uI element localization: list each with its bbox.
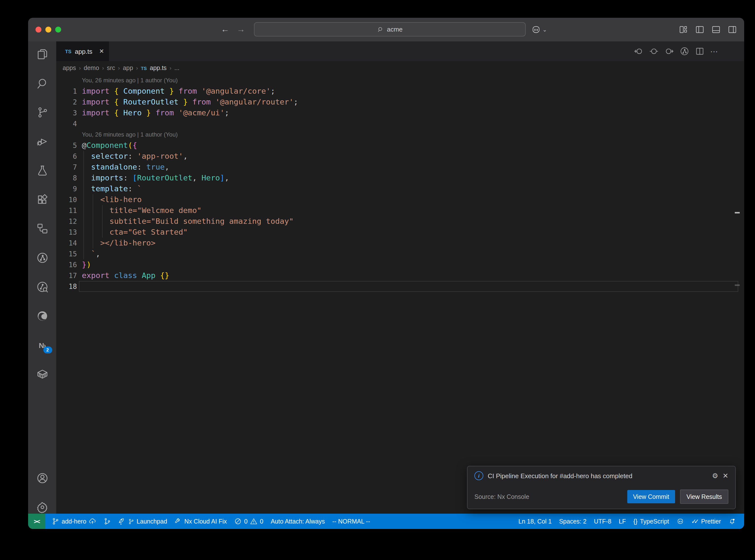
problems-item[interactable]: 0 0 xyxy=(232,518,266,525)
maximize-window-button[interactable] xyxy=(55,27,61,33)
search-icon[interactable] xyxy=(36,77,48,90)
errors-icon xyxy=(234,518,242,525)
breadcrumb-separator: › xyxy=(102,65,104,71)
view-commit-button[interactable]: View Commit xyxy=(627,490,675,503)
nx-cloud-fix-item[interactable]: Nx Cloud AI Fix xyxy=(172,518,229,525)
step-forward-icon[interactable] xyxy=(664,46,674,56)
line-content: }) xyxy=(82,259,91,270)
tab-close-icon[interactable]: ✕ xyxy=(99,48,104,55)
view-results-button[interactable]: View Results xyxy=(680,489,728,504)
typescript-file-icon: TS xyxy=(65,48,72,54)
line-number: 5 xyxy=(56,140,77,151)
testing-icon[interactable] xyxy=(36,164,48,177)
accounts-icon[interactable] xyxy=(36,472,48,485)
source-control-icon[interactable] xyxy=(36,106,48,119)
toggle-panel-icon[interactable] xyxy=(711,25,721,35)
status-right: Ln 18, Col 1 Spaces: 2 UTF-8 LF {} TypeS… xyxy=(516,518,744,525)
wrench-icon xyxy=(175,518,182,525)
explorer-icon[interactable] xyxy=(36,48,48,61)
customize-layout-icon[interactable] xyxy=(679,25,689,35)
containers-icon[interactable] xyxy=(36,368,48,381)
tab-app-ts[interactable]: TS app.ts ✕ xyxy=(56,41,109,61)
git-graph-item[interactable] xyxy=(101,518,114,525)
breadcrumb-item[interactable]: demo xyxy=(84,65,99,72)
nx-graph-search-icon[interactable] xyxy=(36,280,48,293)
line-content: standalone: true, xyxy=(82,162,170,173)
extensions-icon[interactable] xyxy=(36,193,48,206)
branch-item[interactable]: add-hero xyxy=(49,518,99,525)
screen: ← → acme ⌄ xyxy=(0,0,755,560)
close-window-button[interactable] xyxy=(36,27,41,33)
breadcrumb-item[interactable]: src xyxy=(107,65,115,72)
window-controls xyxy=(36,27,61,33)
run-debug-icon[interactable] xyxy=(36,135,48,148)
line-content: import { Hero } from '@acme/ui'; xyxy=(82,107,229,118)
line-number: 11 xyxy=(56,205,77,216)
notifications-item[interactable] xyxy=(726,518,738,525)
nx-project-graph-icon[interactable] xyxy=(679,46,690,56)
code-line: 13 cta="Get Started" xyxy=(56,227,744,238)
settings-gear-icon[interactable] xyxy=(36,501,48,514)
main-area: N› 2 TS app.ts ✕ xyxy=(28,41,744,514)
toggle-secondary-sidebar-icon[interactable] xyxy=(728,25,737,35)
code-line: 2import { RouterOutlet } from '@angular/… xyxy=(56,97,744,107)
edge-browser-icon[interactable] xyxy=(36,309,48,322)
cloud-upload-icon xyxy=(89,518,96,525)
encoding-item[interactable]: UTF-8 xyxy=(592,518,614,525)
minimize-window-button[interactable] xyxy=(45,27,51,33)
run-marker-icon[interactable] xyxy=(649,46,659,56)
toggle-sidebar-icon[interactable] xyxy=(695,25,705,35)
breadcrumb-item[interactable]: app xyxy=(123,65,133,72)
status-left: add-hero Launchpad Nx Cloud AI Fix xyxy=(45,518,373,525)
notification-toast: i CI Pipeline Execution for #add-hero ha… xyxy=(467,466,736,509)
step-back-icon[interactable] xyxy=(634,46,643,56)
copilot-status-item[interactable] xyxy=(674,518,687,525)
code-line: 17export class App {} xyxy=(56,270,744,281)
code-editor[interactable]: You, 26 minutes ago | 1 author (You)1imp… xyxy=(56,75,744,514)
eol-item[interactable]: LF xyxy=(616,518,628,525)
more-actions-icon[interactable]: ⋯ xyxy=(710,46,718,56)
blame-annotation: You, 26 minutes ago | 1 author (You) xyxy=(56,75,744,86)
cursor-position-item[interactable]: Ln 18, Col 1 xyxy=(516,518,554,525)
language-item[interactable]: {} TypeScript xyxy=(631,518,672,525)
nav-forward-button[interactable]: → xyxy=(237,18,245,41)
auto-attach-item[interactable]: Auto Attach: Always xyxy=(268,518,327,525)
split-editor-icon[interactable] xyxy=(695,46,705,56)
breadcrumb-item[interactable]: apps xyxy=(63,65,76,72)
vim-mode-item[interactable]: -- NORMAL -- xyxy=(330,518,373,525)
code-line: 10 <lib-hero xyxy=(56,194,744,205)
remote-indicator[interactable]: >< xyxy=(28,514,45,529)
title-bar: ← → acme ⌄ xyxy=(28,18,744,41)
prettier-label: Prettier xyxy=(701,518,721,525)
typescript-file-icon: TS xyxy=(141,65,147,71)
branch-small-icon xyxy=(128,518,134,524)
line-number: 12 xyxy=(56,216,77,227)
line-number: 9 xyxy=(56,183,77,194)
prettier-item[interactable]: ✓✓ Prettier xyxy=(689,518,724,525)
command-center-search[interactable]: acme xyxy=(254,22,526,37)
nav-back-button[interactable]: ← xyxy=(221,18,229,41)
bell-icon xyxy=(728,518,736,525)
blame-annotation: You, 26 minutes ago | 1 author (You) xyxy=(56,129,744,140)
line-content: export class App {} xyxy=(82,270,170,281)
launchpad-item[interactable]: Launchpad xyxy=(116,518,170,525)
breadcrumb-symbol[interactable]: ... xyxy=(174,65,179,72)
toast-source: Source: Nx Console xyxy=(474,493,627,500)
code-line: 5@Component({ xyxy=(56,140,744,151)
git-branch-icon xyxy=(52,518,59,525)
nx-console-icon[interactable]: N› 2 xyxy=(36,339,48,352)
nx-graph-icon[interactable] xyxy=(36,252,48,264)
indentation-item[interactable]: Spaces: 2 xyxy=(557,518,589,525)
toast-close-icon[interactable]: ✕ xyxy=(723,472,728,480)
breadcrumb-separator: › xyxy=(118,65,120,71)
code-line: 12 subtitle="Build something amazing tod… xyxy=(56,216,744,227)
breadcrumb-file[interactable]: app.ts xyxy=(150,65,167,72)
copilot-icon xyxy=(677,518,684,525)
line-number: 8 xyxy=(56,173,77,183)
toast-settings-gear-icon[interactable]: ⚙ xyxy=(712,472,718,480)
copilot-menu[interactable]: ⌄ xyxy=(531,18,547,41)
code-line: 9 template: ` xyxy=(56,183,744,194)
line-content: subtitle="Build something amazing today" xyxy=(82,216,294,227)
editor-column: TS app.ts ✕ ⋯ apps›demo›src›app›TSapp.ts… xyxy=(56,41,744,514)
project-references-icon[interactable] xyxy=(36,222,48,235)
